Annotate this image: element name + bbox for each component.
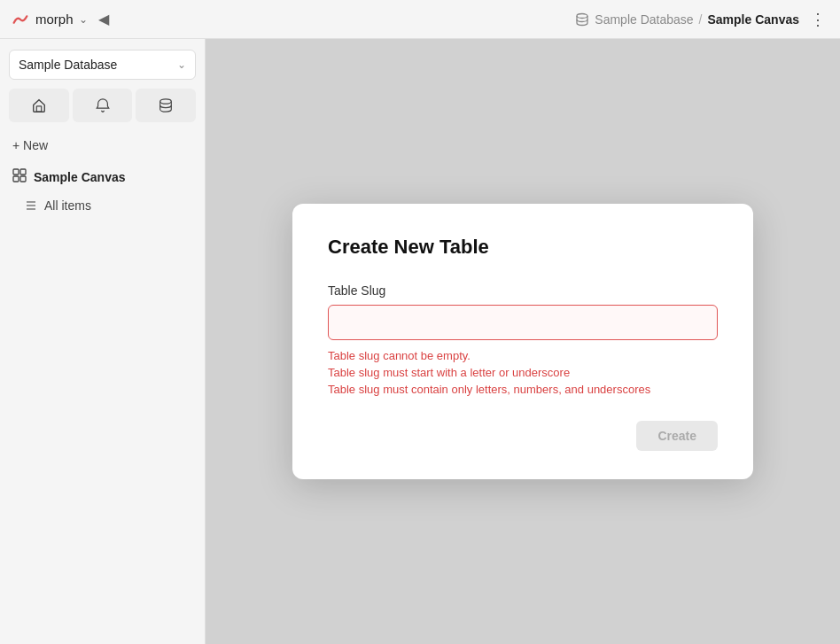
all-items-item[interactable]: All items <box>0 192 205 219</box>
app-chevron-icon[interactable]: ⌄ <box>79 13 88 26</box>
home-icon-button[interactable] <box>9 89 69 122</box>
sidebar-collapse-icon[interactable]: ◀ <box>95 7 113 31</box>
database-icon-button[interactable] <box>136 89 196 122</box>
canvas-item[interactable]: Sample Canvas <box>0 161 205 192</box>
app-name: morph <box>35 12 74 27</box>
svg-rect-6 <box>20 176 26 182</box>
topbar-more-icon[interactable]: ⋮ <box>806 6 829 33</box>
create-button[interactable]: Create <box>636 421 718 451</box>
morph-logo-icon <box>11 10 30 29</box>
breadcrumb-db: Sample Database <box>595 12 693 27</box>
db-selector-label: Sample Database <box>19 58 117 72</box>
breadcrumb-canvas: Sample Canvas <box>708 12 800 27</box>
main-layout: Sample Database ⌄ <box>0 39 840 644</box>
new-button[interactable]: + New <box>0 129 205 161</box>
db-selector-chevron-icon: ⌄ <box>177 58 186 71</box>
app-logo: morph ⌄ <box>11 10 88 29</box>
table-slug-input[interactable] <box>328 305 718 340</box>
all-items-icon <box>25 199 37 212</box>
db-selector[interactable]: Sample Database ⌄ <box>9 50 196 80</box>
breadcrumb: Sample Database / Sample Canvas <box>575 12 799 27</box>
canvas-icon <box>12 168 27 185</box>
new-button-label: + New <box>12 138 48 152</box>
svg-rect-3 <box>13 169 19 175</box>
canvas-grid-icon <box>12 168 27 182</box>
database-icon <box>158 97 174 113</box>
svg-point-0 <box>577 13 587 18</box>
bell-icon <box>95 97 111 113</box>
sidebar-icon-group <box>9 89 196 122</box>
error-3: Table slug must contain only letters, nu… <box>328 383 718 396</box>
table-slug-label: Table Slug <box>328 283 718 298</box>
modal-title: Create New Table <box>328 236 718 259</box>
modal-overlay: Create New Table Table Slug Table slug c… <box>206 39 840 644</box>
sidebar: Sample Database ⌄ <box>0 39 206 644</box>
home-icon <box>31 97 47 113</box>
database-breadcrumb-icon <box>575 12 589 27</box>
svg-rect-1 <box>36 106 41 112</box>
bell-icon-button[interactable] <box>73 89 133 122</box>
breadcrumb-separator: / <box>699 12 703 27</box>
modal-footer: Create <box>328 421 718 451</box>
canvas-item-label: Sample Canvas <box>34 170 126 184</box>
svg-rect-4 <box>20 169 26 175</box>
create-table-modal: Create New Table Table Slug Table slug c… <box>292 204 753 479</box>
svg-rect-5 <box>13 176 19 182</box>
all-items-label: All items <box>44 198 91 213</box>
error-1: Table slug cannot be empty. <box>328 349 718 362</box>
content-area: Create New Table Table Slug Table slug c… <box>206 39 840 644</box>
topbar: morph ⌄ ◀ Sample Database / Sample Canva… <box>0 0 840 39</box>
error-list: Table slug cannot be empty. Table slug m… <box>328 349 718 396</box>
error-2: Table slug must start with a letter or u… <box>328 366 718 379</box>
svg-point-2 <box>160 99 172 104</box>
